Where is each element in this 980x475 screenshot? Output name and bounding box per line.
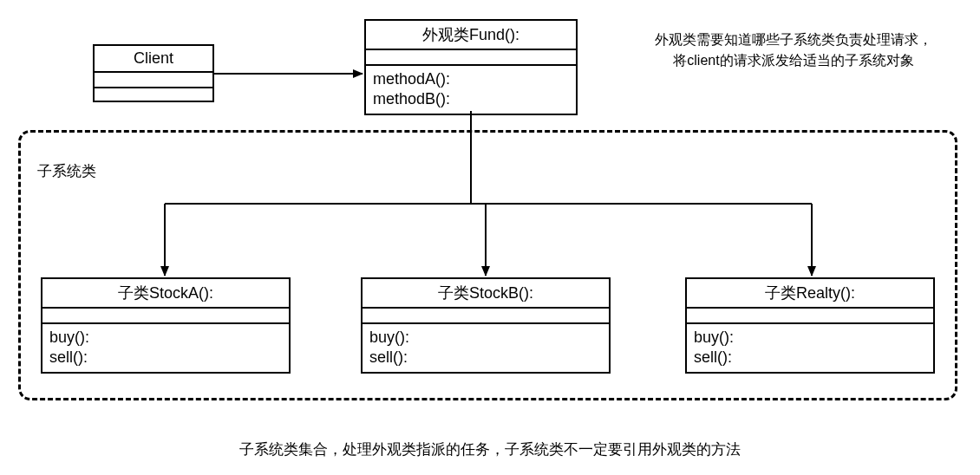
stockb-methods: buy(): sell(): (363, 324, 609, 372)
facade-method-b: methodB(): (373, 89, 569, 109)
stockb-buy: buy(): (369, 328, 602, 348)
stockb-sell: sell(): (369, 348, 602, 368)
stocka-buy: buy(): (49, 328, 282, 348)
stocka-title: 子类StockA(): (42, 279, 289, 309)
facade-attrs (366, 50, 576, 66)
client-title: Client (95, 46, 212, 73)
uml-class-client: Client (93, 44, 214, 102)
subsystem-label: 子系统类 (37, 161, 96, 181)
realty-sell: sell(): (694, 348, 926, 368)
facade-title: 外观类Fund(): (366, 21, 576, 50)
facade-annotation: 外观类需要知道哪些子系统类负责处理请求， 将client的请求派发给适当的子系统… (620, 29, 967, 71)
stocka-attrs (42, 309, 289, 324)
uml-class-stocka: 子类StockA(): buy(): sell(): (41, 277, 291, 374)
uml-class-realty: 子类Realty(): buy(): sell(): (685, 277, 935, 374)
realty-buy: buy(): (694, 328, 926, 348)
facade-annotation-line2: 将client的请求派发给适当的子系统对象 (620, 50, 967, 71)
stockb-title: 子类StockB(): (363, 279, 609, 309)
realty-methods: buy(): sell(): (687, 324, 933, 372)
facade-annotation-line1: 外观类需要知道哪些子系统类负责处理请求， (620, 29, 967, 50)
stocka-methods: buy(): sell(): (42, 324, 289, 372)
client-methods (95, 88, 212, 101)
uml-class-facade: 外观类Fund(): methodA(): methodB(): (364, 19, 578, 115)
bottom-caption: 子系统类集合，处理外观类指派的任务，子系统类不一定要引用外观类的方法 (152, 439, 828, 459)
uml-class-stockb: 子类StockB(): buy(): sell(): (361, 277, 611, 374)
client-attrs (95, 73, 212, 88)
facade-method-a: methodA(): (373, 69, 569, 89)
realty-title: 子类Realty(): (687, 279, 933, 309)
stockb-attrs (363, 309, 609, 324)
realty-attrs (687, 309, 933, 324)
facade-methods: methodA(): methodB(): (366, 66, 576, 114)
stocka-sell: sell(): (49, 348, 282, 368)
